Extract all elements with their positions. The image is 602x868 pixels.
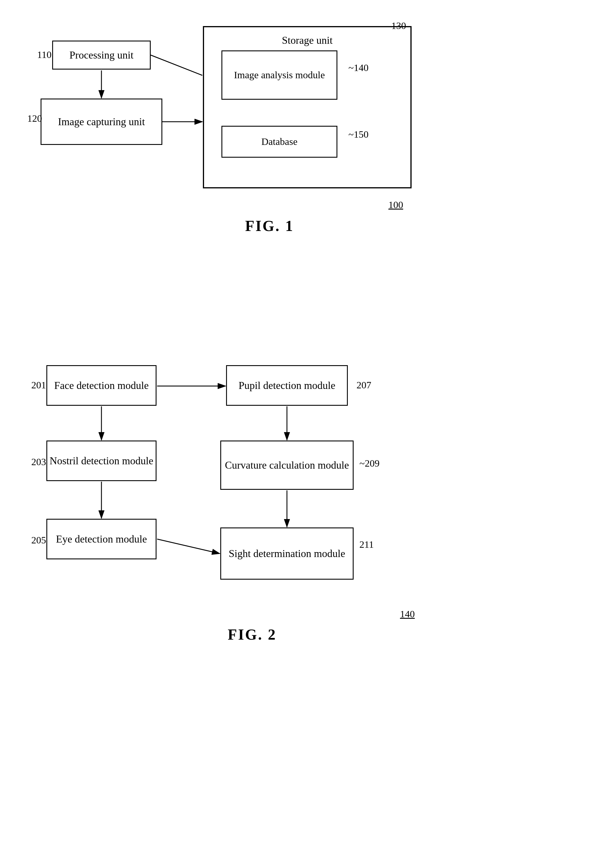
ref-110: 110 (37, 49, 52, 60)
ref-140: ~140 (349, 62, 369, 73)
fig2-title: FIG. 2 (180, 626, 325, 643)
nostril-detection-module-box: Nostril detection module (46, 440, 157, 481)
ref-100: 100 (389, 199, 403, 210)
svg-line-7 (157, 539, 220, 554)
ref2-205: 205 (31, 535, 46, 546)
fig1-area: Processing unit Image capturing unit Sto… (23, 17, 516, 226)
curvature-calculation-label: Curvature calculation module (225, 459, 349, 472)
nostril-detection-label: Nostril detection module (49, 454, 153, 468)
image-capturing-unit-label: Image capturing unit (58, 115, 145, 129)
svg-line-3 (151, 55, 202, 75)
ref2-140: 140 (400, 609, 415, 620)
image-analysis-module-box: Image analysis module (221, 51, 337, 100)
database-label: Database (261, 135, 298, 148)
ref2-209: ~209 (359, 458, 379, 469)
eye-detection-module-box: Eye detection module (46, 519, 157, 559)
processing-unit-box: Processing unit (52, 41, 151, 69)
storage-unit-label: Storage unit (282, 34, 333, 47)
sight-determination-module-box: Sight determination module (220, 528, 353, 580)
diagram-container: Processing unit Image capturing unit Sto… (0, 0, 602, 868)
face-detection-label: Face detection module (54, 379, 149, 393)
ref-150: ~150 (349, 129, 369, 140)
ref2-211: 211 (359, 539, 374, 550)
ref2-201: 201 (31, 380, 46, 391)
ref2-207: 207 (356, 380, 371, 391)
image-capturing-unit-box: Image capturing unit (41, 98, 162, 145)
eye-detection-label: Eye detection module (56, 532, 147, 546)
image-analysis-module-label: Image analysis module (234, 69, 325, 81)
fig1-title: FIG. 1 (197, 217, 342, 235)
storage-unit-box: Storage unit Image analysis module Datab… (203, 26, 412, 189)
ref2-203: 203 (31, 457, 46, 468)
pupil-detection-module-box: Pupil detection module (226, 365, 348, 406)
fig2-area: Face detection module Nostril detection … (23, 348, 545, 782)
face-detection-module-box: Face detection module (46, 365, 157, 406)
sight-determination-label: Sight determination module (229, 547, 345, 561)
processing-unit-label: Processing unit (69, 48, 134, 62)
ref-120: 120 (27, 113, 42, 124)
database-box: Database (221, 126, 337, 158)
ref-130: 130 (391, 20, 406, 31)
pupil-detection-label: Pupil detection module (238, 379, 335, 393)
curvature-calculation-module-box: Curvature calculation module (220, 440, 353, 490)
